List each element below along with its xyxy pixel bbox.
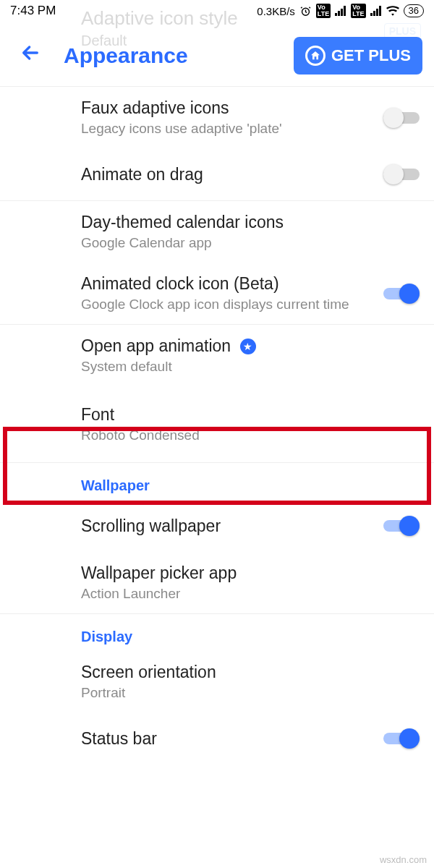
row-subtitle: Roboto Condensed [81, 427, 420, 443]
row-title: Status bar [81, 729, 383, 749]
row-subtitle: System default [81, 359, 420, 375]
status-bar: 7:43 PM 0.3KB/s VoLTE VoLTE 36 [0, 0, 434, 22]
row-subtitle: Action Launcher [81, 586, 420, 602]
row-animate-on-drag[interactable]: Animate on drag [0, 148, 434, 200]
signal-icon-2 [370, 6, 382, 16]
row-status-bar[interactable]: Status bar [0, 712, 434, 765]
volte-badge-1: VoLTE [316, 4, 331, 18]
alarm-icon [299, 5, 312, 17]
row-screen-orientation[interactable]: Screen orientation Portrait [0, 651, 434, 712]
row-title: Faux adaptive icons [81, 98, 383, 118]
settings-list: Faux adaptive icons Legacy icons use ada… [0, 87, 434, 765]
row-title: Day-themed calendar icons [81, 213, 420, 232]
app-bar: Appearance GET PLUS [0, 25, 434, 87]
row-title: Open app animation ★ [81, 336, 420, 356]
row-font[interactable]: Font Roboto Condensed [0, 386, 434, 462]
row-title: Animate on drag [81, 165, 383, 184]
volte-badge-2: VoLTE [351, 4, 365, 18]
toggle-status-bar[interactable] [383, 728, 420, 749]
row-scrolling-wallpaper[interactable]: Scrolling wallpaper [0, 500, 434, 552]
row-faux-adaptive-icons[interactable]: Faux adaptive icons Legacy icons use ada… [0, 87, 434, 148]
row-title: Screen orientation [81, 663, 420, 682]
wifi-icon [386, 6, 399, 16]
row-wallpaper-picker-app[interactable]: Wallpaper picker app Action Launcher [0, 552, 434, 613]
home-icon [305, 46, 326, 66]
status-right-cluster: 0.3KB/s VoLTE VoLTE 36 [257, 4, 424, 18]
get-plus-button[interactable]: GET PLUS [294, 37, 422, 75]
row-title: Scrolling wallpaper [81, 516, 383, 536]
section-header-wallpaper: Wallpaper [0, 462, 434, 500]
page-title: Appearance [64, 43, 188, 68]
section-header-display: Display [0, 613, 434, 651]
back-arrow-icon[interactable] [19, 41, 42, 69]
toggle-animated-clock[interactable] [383, 284, 420, 304]
row-subtitle: Google Calendar app [81, 235, 420, 251]
row-title: Animated clock icon (Beta) [81, 274, 383, 294]
battery-indicator: 36 [404, 4, 424, 17]
signal-icon-1 [335, 6, 346, 16]
star-icon: ★ [240, 339, 256, 354]
toggle-scrolling-wallpaper[interactable] [383, 516, 420, 536]
get-plus-label: GET PLUS [331, 46, 411, 65]
row-title: Wallpaper picker app [81, 563, 420, 583]
row-subtitle: Legacy icons use adaptive 'plate' [81, 121, 383, 137]
row-animated-clock-icon[interactable]: Animated clock icon (Beta) Google Clock … [0, 263, 434, 324]
toggle-animate-on-drag[interactable] [383, 164, 420, 184]
row-open-app-animation[interactable]: Open app animation ★ System default [0, 324, 434, 386]
row-title: Font [81, 405, 420, 425]
row-subtitle: Google Clock app icon displays current t… [81, 297, 383, 312]
toggle-faux-adaptive[interactable] [383, 108, 420, 128]
status-time: 7:43 PM [10, 4, 56, 18]
row-day-themed-calendar[interactable]: Day-themed calendar icons Google Calenda… [0, 200, 434, 263]
row-subtitle: Portrait [81, 685, 420, 701]
net-speed: 0.3KB/s [257, 5, 295, 17]
watermark: wsxdn.com [380, 854, 427, 865]
